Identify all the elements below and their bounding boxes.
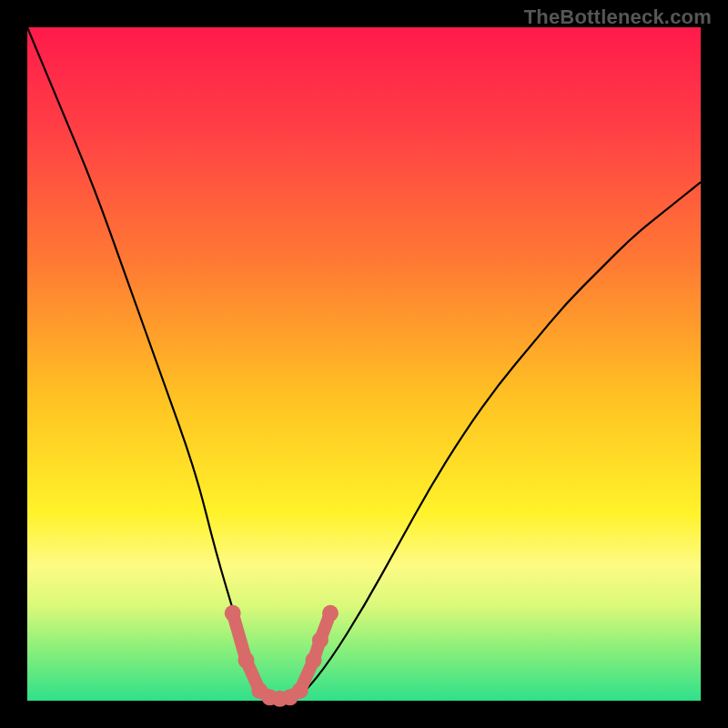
chart-frame: { "watermark": "TheBottleneck.com", "cha…: [0, 0, 728, 728]
highlight-dot: [238, 652, 255, 669]
highlight-dot: [306, 652, 322, 669]
plot-background: [27, 27, 701, 701]
highlight-dot: [312, 632, 329, 648]
highlight-dot: [292, 682, 308, 699]
highlight-dot: [225, 605, 241, 622]
highlight-dot: [322, 605, 339, 622]
bottleneck-chart: [0, 0, 728, 728]
watermark-text: TheBottleneck.com: [524, 5, 712, 29]
